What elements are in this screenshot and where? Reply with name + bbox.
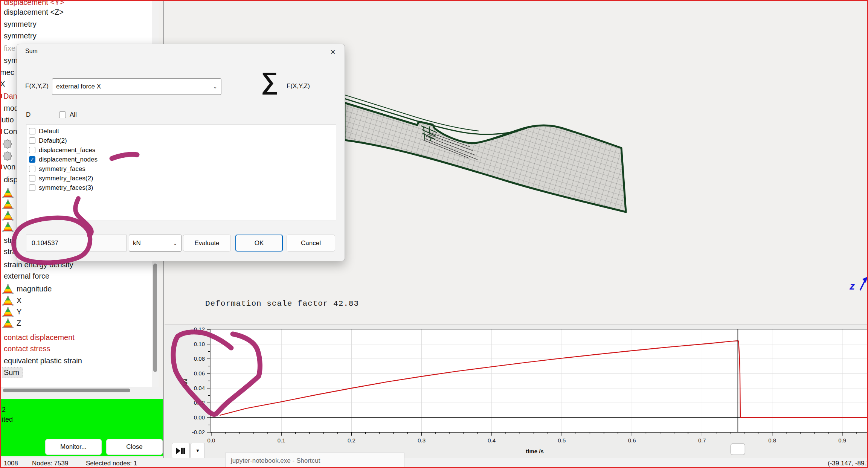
tree-item-label: displacement <Z>: [4, 8, 64, 17]
status-bar: 1008 Nodes: 7539 Selected nodes: 1 (-39.…: [0, 458, 868, 468]
sets-column-label: D: [26, 111, 31, 119]
evaluate-button[interactable]: Evaluate: [183, 235, 231, 252]
tree-item-label: X: [17, 296, 21, 305]
checkbox-unchecked[interactable]: [29, 147, 35, 153]
tree-item-sym[interactable]: sym: [4, 55, 18, 66]
tree-item-external-force[interactable]: external force: [4, 270, 49, 282]
field-output-icon: [2, 199, 14, 209]
animation-options-dropdown[interactable]: ▼: [191, 443, 205, 459]
tree-item-x[interactable]: X: [0, 78, 5, 90]
set-label: displacement_nodes: [39, 156, 98, 163]
tree-item-x[interactable]: X: [2, 295, 21, 306]
tree-item-equivalent-plastic-strain[interactable]: equivalent plastic strain: [4, 355, 82, 366]
tree-item-magnitude[interactable]: magnitude: [2, 283, 52, 294]
tree-item-mec[interactable]: mec: [0, 67, 14, 78]
svg-text:0.8: 0.8: [768, 437, 776, 444]
function-label: F(X,Y,Z): [25, 82, 49, 90]
svg-text:0.2: 0.2: [348, 437, 355, 444]
set-row-default[interactable]: Default: [26, 127, 336, 136]
checkbox-unchecked[interactable]: [29, 166, 35, 172]
tree-horizontal-scrollbar-thumb[interactable]: [3, 389, 130, 392]
unit-dropdown[interactable]: kN ⌄: [129, 235, 182, 252]
close-icon[interactable]: ×: [327, 46, 339, 58]
monitor-button[interactable]: Monitor...: [45, 439, 102, 455]
tree-item-label: displacement <Y>: [4, 0, 64, 7]
cancel-button[interactable]: Cancel: [287, 235, 335, 252]
tree-item-label: stra: [4, 247, 16, 256]
svg-text:time /s: time /s: [526, 448, 544, 454]
set-row-symmetry-faces-3-[interactable]: symmetry_faces(3): [26, 183, 336, 192]
tree-item-sum[interactable]: Sum: [2, 367, 23, 378]
tree-item-icon[interactable]: [2, 221, 17, 232]
svg-text:0.06: 0.06: [194, 370, 205, 377]
history-chart[interactable]: 0.00.10.20.30.40.50.60.70.80.9-0.020.000…: [165, 325, 868, 458]
node-sets-listbox[interactable]: DefaultDefault(2)displacement_faces✓disp…: [26, 125, 336, 221]
tree-item-label: external force: [4, 272, 49, 280]
tree-item-y[interactable]: Y: [2, 306, 21, 317]
checkbox-checked[interactable]: ✓: [29, 156, 35, 163]
set-row-symmetry-faces[interactable]: symmetry_faces: [26, 164, 336, 174]
tree-item-label: contact stress: [4, 345, 50, 353]
set-row-symmetry-faces-2-[interactable]: symmetry_faces(2): [26, 174, 336, 183]
tree-item-label: Y: [17, 308, 21, 316]
tree-item-contact-stress[interactable]: contact stress: [4, 343, 50, 354]
tree-item-stre[interactable]: stre: [4, 235, 16, 246]
function-dropdown[interactable]: external force X ⌄: [52, 78, 221, 95]
tree-item-fixe[interactable]: fixe: [4, 43, 15, 54]
tree-item-label: disp: [4, 175, 18, 184]
checkbox-unchecked[interactable]: [29, 128, 35, 134]
svg-text:0.4: 0.4: [488, 437, 496, 444]
tree-item-icon[interactable]: [2, 187, 17, 198]
tree-item-label: Sum: [2, 368, 23, 378]
monitor-partial-text: 2: [2, 406, 6, 414]
sigma-symbol: ∑: [261, 69, 278, 93]
tree-item-dan[interactable]: Dan: [3, 90, 17, 102]
tree-item-displacement-z-[interactable]: displacement <Z>: [4, 6, 64, 18]
tree-item-von[interactable]: von: [3, 161, 15, 172]
z-axis-indicator: z: [850, 280, 855, 292]
set-label: displacement_faces: [39, 146, 95, 154]
set-label: Default: [39, 128, 59, 135]
tree-item-label: fixe: [4, 44, 15, 53]
result-value-field[interactable]: 0.104537: [26, 235, 127, 252]
puzzle-icon: [2, 150, 13, 161]
svg-text:0.10: 0.10: [194, 341, 205, 347]
taskbar-tooltip: jupyter-notebook.exe - Shortcut: [225, 453, 404, 468]
tree-item-z[interactable]: Z: [2, 317, 21, 329]
svg-text:0.7: 0.7: [698, 437, 706, 444]
tree-vertical-scrollbar-thumb[interactable]: [153, 264, 157, 372]
red-dot-icon: [0, 165, 2, 169]
tree-item-icon[interactable]: [2, 138, 16, 149]
tree-item-icon[interactable]: [2, 198, 17, 210]
set-row-displacement-faces[interactable]: displacement_faces: [26, 145, 336, 155]
tree-item-icon[interactable]: [2, 150, 16, 161]
checkbox-unchecked[interactable]: [29, 175, 35, 181]
svg-text:0.12: 0.12: [194, 326, 205, 332]
svg-text:0.00: 0.00: [194, 414, 205, 421]
checkbox-unchecked[interactable]: [29, 137, 35, 144]
sigma-arguments: F(X,Y,Z): [287, 82, 310, 90]
ok-button[interactable]: OK: [235, 235, 283, 252]
svg-text:0.3: 0.3: [418, 437, 426, 444]
deformation-scale-label: Deformation scale factor 42.83: [205, 299, 359, 308]
analysis-monitor-panel: 2 ited Monitor... Close: [1, 399, 163, 456]
checkbox-unchecked[interactable]: [29, 184, 35, 191]
svg-text:0.02: 0.02: [194, 399, 205, 406]
set-row-default-2-[interactable]: Default(2): [26, 136, 336, 145]
tree-item-icon[interactable]: [2, 210, 17, 221]
tree-item-contact-displacement[interactable]: contact displacement: [4, 332, 75, 343]
field-output-icon: [2, 296, 14, 306]
status-selected-nodes: Selected nodes: 1: [86, 460, 137, 467]
tree-item-disp[interactable]: disp: [4, 174, 18, 185]
play-pause-button[interactable]: [172, 443, 190, 459]
tree-item-stra[interactable]: stra: [4, 246, 16, 257]
tree-item-symmetry[interactable]: symmetry: [4, 30, 37, 41]
all-checkbox[interactable]: [59, 111, 66, 118]
tree-item-symmetry[interactable]: symmetry: [4, 18, 37, 30]
chevron-down-icon: ⌄: [173, 240, 177, 246]
close-button[interactable]: Close: [106, 439, 163, 455]
tree-item-con[interactable]: Con: [3, 126, 17, 137]
tree-item-lutio[interactable]: lutio: [0, 114, 14, 125]
set-row-displacement-nodes[interactable]: ✓displacement_nodes: [26, 155, 336, 164]
tree-item-label: magnitude: [17, 285, 52, 293]
